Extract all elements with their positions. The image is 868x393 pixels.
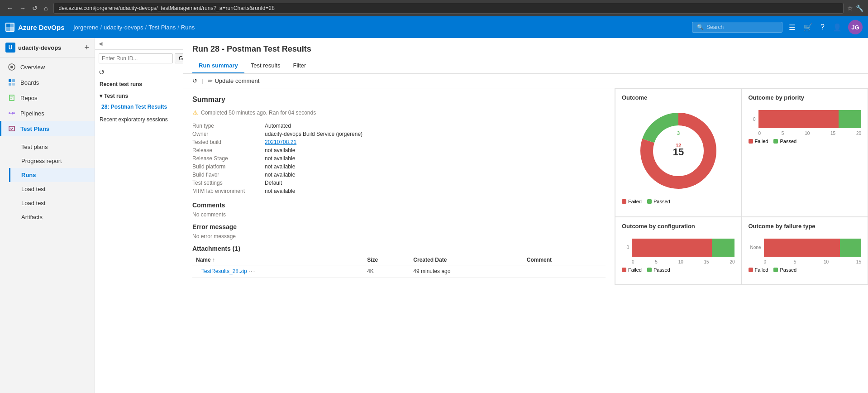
- top-nav-right: 🔍 ☰ 🛒 ? 👤 JG: [692, 20, 863, 34]
- attachment-size: 4K: [363, 265, 410, 278]
- main-body: U udacity-devops + Overview Boards: [0, 38, 868, 393]
- config-legend-failed: Failed: [622, 267, 642, 273]
- app-name: Azure DevOps: [18, 24, 65, 31]
- config-bar: [632, 239, 735, 257]
- user-settings-icon[interactable]: 👤: [831, 21, 844, 34]
- no-comments-text: No comments: [192, 211, 606, 218]
- fx0: 0: [764, 259, 767, 264]
- forward-button[interactable]: →: [17, 4, 28, 13]
- info-row-build-flavor: Build flavor not available: [192, 172, 606, 178]
- test-runs-section-label: ▾ Test runs: [95, 89, 183, 101]
- outcome-legend: Failed Passed: [622, 199, 735, 204]
- svg-marker-15: [12, 112, 14, 115]
- priority-bar-chart: 0 0 5 10 15 20: [749, 110, 862, 136]
- menu-icon[interactable]: ☰: [787, 21, 797, 34]
- avatar-button[interactable]: JG: [848, 20, 863, 34]
- sidebar-item-repos[interactable]: Repos: [0, 90, 95, 105]
- address-bar[interactable]: [53, 3, 844, 14]
- sidebar-item-runs[interactable]: Runs: [9, 168, 95, 182]
- home-button[interactable]: ⌂: [42, 4, 50, 13]
- col-name[interactable]: Name ↑: [192, 255, 363, 265]
- priority-passed-dot: [773, 139, 778, 144]
- search-box[interactable]: 🔍: [692, 22, 782, 33]
- failure-x-axis: 0 5 10 15: [764, 259, 862, 264]
- error-title: Error message: [192, 223, 606, 230]
- sidebar-item-artifacts[interactable]: Artifacts: [9, 210, 95, 224]
- app-container: Azure DevOps jorgerene / udacity-devops …: [0, 16, 868, 393]
- browser-chrome: ← → ↺ ⌂ ☆ 🔧: [0, 0, 868, 16]
- svg-text:3: 3: [677, 130, 680, 136]
- breadcrumb-org[interactable]: jorgerene: [74, 24, 99, 31]
- breadcrumb-testplans[interactable]: Test Plans: [148, 24, 176, 31]
- cx20: 20: [730, 259, 734, 264]
- search-input[interactable]: [706, 24, 774, 30]
- col-comment: Comment: [523, 255, 606, 265]
- pipelines-icon: [8, 109, 16, 117]
- sidebar-item-testplans[interactable]: Test Plans: [0, 121, 95, 136]
- label-mtm: MTM lab environment: [192, 188, 265, 194]
- sidebar-item-load-test-2[interactable]: Load test: [9, 196, 95, 210]
- go-button[interactable]: Go: [175, 53, 183, 63]
- update-comment-button[interactable]: ✏ Update comment: [208, 77, 259, 84]
- refresh-button[interactable]: ↺: [30, 4, 40, 13]
- mid-panel: ◀ Go ↺ Recent test runs ▾ Test runs 28: …: [95, 38, 183, 393]
- failure-bar-chart: None 0 5 10 15: [749, 239, 862, 264]
- app-logo: Azure DevOps: [5, 23, 65, 32]
- svg-rect-7: [12, 79, 15, 82]
- sidebar-item-pipelines[interactable]: Pipelines: [0, 105, 95, 121]
- tab-test-results[interactable]: Test results: [244, 58, 287, 73]
- breadcrumb-project[interactable]: udacity-devops: [104, 24, 143, 31]
- recent-runs-label: Recent test runs: [95, 77, 183, 89]
- sidebar-label-pipelines: Pipelines: [20, 110, 44, 117]
- status-message: Completed 50 minutes ago. Ran for 04 sec…: [201, 110, 316, 116]
- chart-config-title: Outcome by configuration: [622, 223, 735, 230]
- failure-passed-dot: [773, 268, 778, 272]
- fx5: 5: [794, 259, 796, 264]
- expand-icon: ▾: [100, 93, 102, 99]
- summary-panel: Summary ⚠ Completed 50 minutes ago. Ran …: [183, 88, 615, 285]
- failed-dot: [622, 199, 626, 204]
- sidebar-item-test-plans-sub[interactable]: Test plans: [9, 140, 95, 154]
- toolbar-refresh-button[interactable]: ↺: [192, 77, 197, 84]
- cart-icon[interactable]: 🛒: [801, 21, 814, 34]
- mid-panel-collapse-icon[interactable]: ◀: [99, 41, 102, 47]
- failure-legend-passed: Passed: [773, 267, 796, 273]
- toolbar-separator: |: [202, 77, 203, 84]
- help-icon[interactable]: ?: [819, 21, 826, 33]
- value-build-flavor: not available: [265, 172, 295, 178]
- back-button[interactable]: ←: [5, 4, 15, 13]
- config-bar-row: 0: [622, 239, 735, 257]
- sidebar-item-overview[interactable]: Overview: [0, 59, 95, 75]
- browser-nav-buttons[interactable]: ← → ↺ ⌂: [5, 4, 50, 13]
- attachment-menu[interactable]: ···: [248, 268, 256, 274]
- page-title: Run 28 - Postman Test Results: [192, 44, 859, 54]
- info-row-tested-build: Tested build 20210708.21: [192, 139, 606, 145]
- sidebar-item-progress-report[interactable]: Progress report: [9, 154, 95, 168]
- sidebar-item-boards[interactable]: Boards: [0, 75, 95, 90]
- attachment-name[interactable]: TestResults_28.zip: [201, 268, 247, 274]
- star-icon[interactable]: ☆: [847, 5, 853, 12]
- failure-fail-bar: [764, 239, 840, 257]
- tab-filter[interactable]: Filter: [286, 58, 312, 73]
- active-run-item[interactable]: 28: Postman Test Results: [95, 101, 183, 113]
- sidebar-item-load-test-1[interactable]: Load test: [9, 182, 95, 196]
- tab-run-summary[interactable]: Run summary: [192, 58, 244, 73]
- run-id-input[interactable]: [99, 53, 173, 63]
- cx10: 10: [678, 259, 683, 264]
- failure-y-label: None: [749, 245, 761, 250]
- config-fail-bar: [632, 239, 712, 257]
- x5: 5: [782, 131, 784, 136]
- sidebar-label-test-plans-sub: Test plans: [21, 144, 48, 150]
- summary-title: Summary: [192, 96, 606, 104]
- sidebar-label-runs: Runs: [21, 172, 36, 178]
- value-owner: udacity-devops Build Service (jorgerene): [265, 131, 362, 137]
- add-org-button[interactable]: +: [84, 43, 89, 53]
- donut-chart: 12 15 3: [622, 105, 735, 196]
- breadcrumb-runs[interactable]: Runs: [181, 24, 195, 31]
- mid-refresh-button[interactable]: ↺: [95, 67, 183, 77]
- tested-build-link[interactable]: 20210708.21: [265, 139, 296, 145]
- extension-icon[interactable]: 🔧: [856, 5, 863, 12]
- sidebar-label-load-test-1: Load test: [21, 186, 46, 192]
- config-legend-failed-label: Failed: [628, 267, 642, 273]
- failure-pass-bar: [840, 239, 861, 257]
